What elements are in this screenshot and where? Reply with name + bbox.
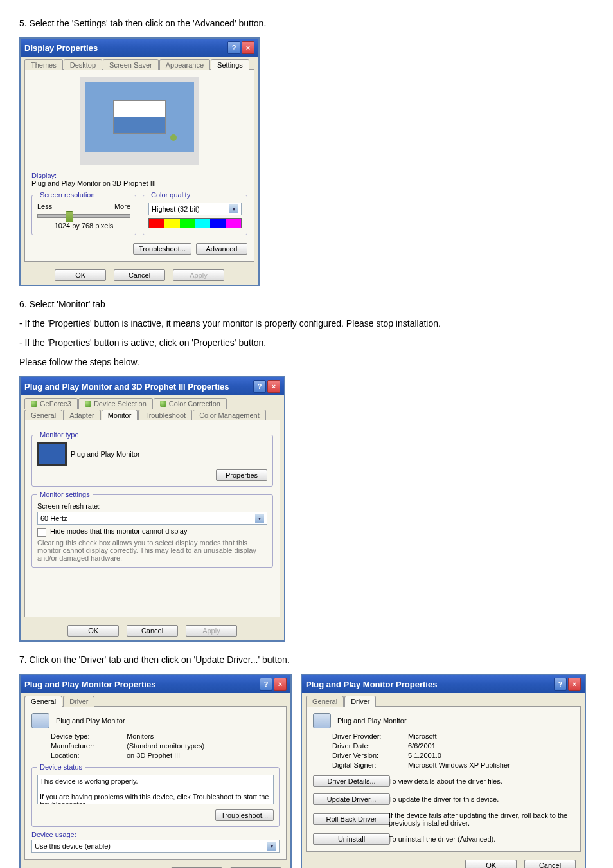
help-icon[interactable]: ? (253, 380, 266, 393)
monitor-icon (31, 713, 49, 728)
usage-combo[interactable]: Use this device (enable) ▾ (31, 840, 280, 853)
cancel-button[interactable]: Cancel (524, 860, 576, 868)
tab-themes[interactable]: Themes (24, 59, 63, 70)
advanced-button[interactable]: Advanced (196, 243, 247, 255)
tab-general[interactable]: General (24, 696, 62, 707)
provider-value: Microsoft (408, 732, 574, 740)
details-desc: To view details about the driver files. (389, 777, 574, 785)
tab-driver[interactable]: Driver (63, 696, 94, 707)
nvidia-icon (160, 401, 166, 407)
dialog-title: Display Properties (24, 43, 98, 53)
monitor-icon (313, 713, 331, 728)
resolution-slider[interactable] (37, 214, 130, 218)
tab-settings[interactable]: Settings (211, 59, 249, 70)
hide-modes-checkbox[interactable] (37, 528, 46, 537)
chevron-down-icon: ▾ (267, 842, 276, 851)
step7-text: 7. Click on the 'Driver' tab and then cl… (19, 655, 594, 665)
close-icon[interactable]: × (267, 380, 280, 393)
preview-monitor (80, 77, 199, 165)
rollback-desc: If the device fails after updating the d… (389, 811, 574, 827)
version-value: 5.1.2001.0 (408, 752, 574, 759)
titlebar: Plug and Play Monitor Properties ? × (21, 675, 290, 693)
nvidia-icon (31, 401, 37, 407)
signer-value: Microsoft Windows XP Publisher (408, 761, 574, 769)
display-properties-dialog: Display Properties ? × Themes Desktop Sc… (19, 37, 260, 286)
tab-geforce3[interactable]: GeForce3 (24, 398, 78, 409)
dialog-title: Plug and Play Monitor Properties (24, 680, 155, 689)
uninstall-desc: To uninstall the driver (Advanced). (389, 835, 574, 843)
close-icon[interactable]: × (274, 678, 287, 691)
montype-legend: Monitor type (37, 431, 82, 439)
tab-color-correction[interactable]: Color Correction (154, 398, 227, 409)
nvidia-icon (85, 401, 91, 407)
ok-button[interactable]: OK (67, 625, 119, 637)
usage-label: Device usage: (31, 831, 280, 838)
tab-monitor[interactable]: Monitor (102, 410, 138, 420)
monitor-properties-dialog: Plug and Play Monitor and 3D Prophet III… (19, 376, 285, 642)
display-heading: Display: (31, 172, 247, 179)
hide-modes-label: Hide modes that this monitor cannot disp… (50, 527, 187, 535)
tab-driver[interactable]: Driver (344, 696, 376, 707)
tab-general[interactable]: General (306, 696, 344, 707)
chevron-down-icon: ▾ (229, 204, 238, 213)
device-name: Plug and Play Monitor (337, 717, 407, 725)
step6-title: 6. Select 'Monitor' tab (19, 299, 594, 309)
tab-device-selection[interactable]: Device Selection (78, 398, 153, 409)
refresh-combo[interactable]: 60 Hertz ▾ (37, 512, 267, 525)
usage-value: Use this device (enable) (35, 842, 111, 850)
status-legend: Device status (37, 763, 85, 771)
signer-label: Digital Signer: (332, 761, 403, 769)
close-icon[interactable]: × (242, 41, 254, 54)
step6-line1: - If the 'Properties' button is inactive… (19, 318, 594, 329)
provider-label: Driver Provider: (332, 732, 403, 740)
help-icon[interactable]: ? (260, 678, 272, 691)
device-name: Plug and Play Monitor (56, 717, 125, 725)
tab-appearance[interactable]: Appearance (159, 59, 210, 70)
res-more: More (114, 203, 130, 210)
rollback-button[interactable]: Roll Back Driver (313, 813, 390, 825)
resolution-legend: Screen resolution (37, 191, 98, 199)
step5-text: 5. Select the 'Settings' tab then click … (19, 18, 594, 28)
res-value: 1024 by 768 pixels (37, 222, 130, 230)
close-icon[interactable]: × (568, 678, 581, 691)
color-bar (148, 218, 242, 228)
refresh-value: 60 Hertz (40, 514, 67, 522)
troubleshoot-button[interactable]: Troubleshoot... (133, 243, 191, 255)
hide-modes-desc: Clearing this check box allows you to se… (37, 539, 267, 562)
tab-desktop[interactable]: Desktop (64, 59, 102, 70)
titlebar: Plug and Play Monitor and 3D Prophet III… (21, 377, 284, 395)
date-value: 6/6/2001 (408, 742, 574, 750)
tab-adapter[interactable]: Adapter (63, 410, 101, 420)
status-text (37, 775, 274, 804)
tab-general[interactable]: General (24, 410, 62, 420)
res-less: Less (37, 203, 52, 210)
help-icon[interactable]: ? (227, 41, 240, 54)
cancel-button[interactable]: Cancel (114, 269, 165, 281)
devtype-value: Monitors (127, 732, 280, 740)
troubleshoot-button[interactable]: Troubleshoot... (215, 809, 274, 821)
montype-value: Plug and Play Monitor (71, 450, 140, 458)
step6-line3: Please follow the steps below. (19, 357, 594, 367)
date-label: Driver Date: (332, 742, 403, 750)
colorquality-value: Highest (32 bit) (152, 205, 200, 213)
driver-details-button[interactable]: Driver Details... (313, 775, 390, 787)
pnp-general-dialog: Plug and Play Monitor Properties ? × Gen… (19, 674, 292, 868)
display-value: Plug and Play Monitor on 3D Prophet III (31, 179, 247, 187)
monitor-icon (37, 442, 67, 466)
update-driver-button[interactable]: Update Driver... (313, 793, 390, 805)
version-label: Driver Version: (332, 752, 403, 759)
uninstall-button[interactable]: Uninstall (313, 833, 390, 845)
tab-color-management[interactable]: Color Management (193, 410, 266, 420)
ok-button[interactable]: OK (465, 860, 517, 868)
ok-button[interactable]: OK (55, 269, 106, 281)
monsettings-legend: Monitor settings (37, 491, 93, 498)
colorquality-combo[interactable]: Highest (32 bit) ▾ (148, 203, 242, 215)
manuf-value: (Standard monitor types) (127, 742, 280, 750)
help-icon[interactable]: ? (554, 678, 567, 691)
properties-button[interactable]: Properties (216, 469, 267, 481)
tab-screensaver[interactable]: Screen Saver (103, 59, 159, 70)
dialog-title: Plug and Play Monitor Properties (306, 680, 437, 689)
cancel-button[interactable]: Cancel (127, 625, 178, 637)
tab-troubleshoot[interactable]: Troubleshoot (138, 410, 192, 420)
refresh-label: Screen refresh rate: (37, 502, 267, 510)
